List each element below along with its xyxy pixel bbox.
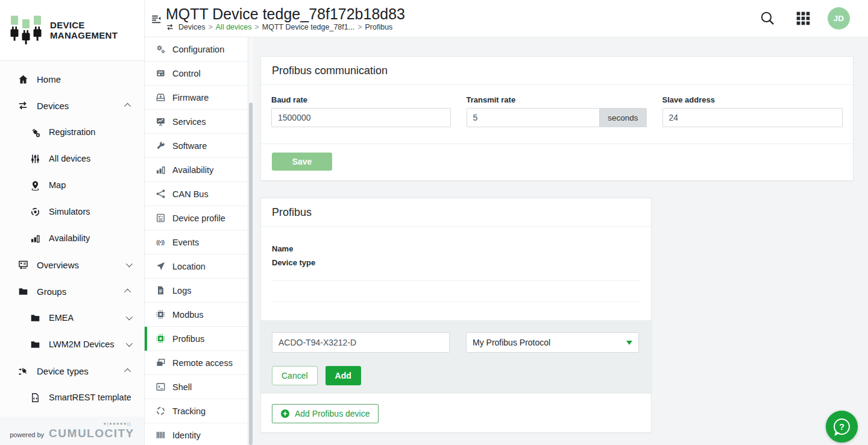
sidebar-item-label: Simulators bbox=[49, 207, 131, 216]
device-tab-label: Events bbox=[172, 238, 199, 247]
breadcrumb-all-devices[interactable]: All devices bbox=[216, 23, 252, 31]
sidebar-item-label: Map bbox=[49, 180, 131, 190]
device-tab-identity[interactable]: Identity bbox=[145, 423, 248, 445]
collapse-menu-icon[interactable] bbox=[150, 13, 162, 25]
cumulocity-dots: ●|●●●●●|| bbox=[103, 421, 131, 426]
device-tab-label: Configuration bbox=[172, 45, 224, 54]
chevron-down-icon bbox=[126, 314, 133, 320]
sidebar-item-label: Home bbox=[37, 74, 131, 84]
exchange-icon bbox=[16, 100, 30, 111]
sidebar-item-devices[interactable]: Devices bbox=[0, 92, 144, 119]
main-navigation: HomeDevicesRegistrationAll devicesMapSim… bbox=[0, 61, 144, 445]
device-tab-availability[interactable]: Availability bbox=[145, 158, 248, 182]
page-header: MQTT Device tedge_78f172b18d83 Devices >… bbox=[145, 0, 868, 37]
sidebar-item-label: SmartREST templates bbox=[49, 393, 131, 402]
chevron-down-icon bbox=[126, 340, 133, 347]
device-tab-device-profile[interactable]: Device profile bbox=[145, 206, 248, 230]
barcode-icon bbox=[154, 430, 166, 440]
device-tab-label: Logs bbox=[172, 286, 191, 295]
device-tab-firmware[interactable]: Firmware bbox=[145, 86, 248, 110]
app-sidebar: DEVICE MANAGEMENT HomeDevicesRegistratio… bbox=[0, 0, 145, 445]
device-tab-services[interactable]: Services bbox=[145, 110, 248, 134]
device-tabs-scrollbar bbox=[248, 37, 253, 445]
device-tab-label: Availability bbox=[172, 165, 213, 175]
chevron-down-icon bbox=[626, 341, 632, 345]
device-tab-label: Firmware bbox=[172, 93, 209, 103]
sidebar-item-home[interactable]: Home bbox=[0, 66, 144, 92]
device-tab-label: Shell bbox=[172, 382, 192, 392]
sidebar-item-emea[interactable]: EMEA bbox=[0, 305, 144, 331]
new-profibus-device-form: My Profibus Protocol Cancel Add bbox=[261, 320, 651, 394]
sidebar-item-label: Device types bbox=[37, 366, 126, 376]
device-tab-remote-access[interactable]: Remote access bbox=[145, 351, 248, 375]
transmit-rate-unit: seconds bbox=[600, 108, 646, 127]
device-tab-software[interactable]: Software bbox=[145, 134, 248, 158]
device-name-input[interactable] bbox=[272, 332, 450, 353]
sliders-icon bbox=[28, 154, 42, 164]
sidebar-item-label: LWM2M Devices bbox=[49, 339, 126, 349]
device-tab-logs[interactable]: Logs bbox=[145, 279, 248, 303]
search-icon[interactable] bbox=[760, 10, 776, 27]
sidebar-item-availability[interactable]: Availability bbox=[0, 225, 144, 251]
breadcrumb-devices[interactable]: Devices bbox=[178, 23, 205, 31]
sidebar-item-label: EMEA bbox=[49, 313, 126, 323]
device-tab-tracking[interactable]: Tracking bbox=[145, 399, 248, 423]
column-name: Name bbox=[272, 244, 640, 254]
device-tab-location[interactable]: Location bbox=[145, 254, 248, 279]
device-tab-control[interactable]: Control bbox=[145, 62, 248, 86]
help-button[interactable]: ? bbox=[826, 411, 858, 443]
sidebar-item-simulators[interactable]: Simulators bbox=[0, 198, 144, 225]
sidebar-item-map[interactable]: Map bbox=[0, 172, 144, 198]
device-tab-profibus[interactable]: Profibus bbox=[145, 327, 248, 351]
location-icon bbox=[154, 261, 166, 271]
device-management-logo-icon bbox=[10, 14, 42, 46]
save-button[interactable]: Save bbox=[272, 153, 332, 171]
simulator-icon bbox=[28, 207, 42, 217]
canbus-icon bbox=[154, 189, 166, 199]
sidebar-item-device-types[interactable]: Device types bbox=[0, 358, 144, 384]
device-tab-shell[interactable]: Shell bbox=[145, 375, 248, 399]
folder-icon bbox=[28, 339, 42, 350]
plug-plus-icon bbox=[28, 127, 42, 137]
device-tab-can-bus[interactable]: CAN Bus bbox=[145, 182, 248, 206]
sidebar-item-smartrest-templates[interactable]: SmartREST templates bbox=[0, 384, 144, 411]
device-tab-modbus[interactable]: Modbus bbox=[145, 303, 248, 327]
device-tab-label: Identity bbox=[172, 431, 201, 440]
device-tab-label: CAN Bus bbox=[172, 189, 209, 199]
sidebar-item-lwm2m-devices[interactable]: LWM2M Devices bbox=[0, 331, 144, 358]
chevron-down-icon bbox=[126, 260, 133, 267]
protocol-select[interactable]: My Profibus Protocol bbox=[466, 332, 639, 353]
sidebar-item-all-devices[interactable]: All devices bbox=[0, 145, 144, 172]
slave-address-input[interactable] bbox=[662, 108, 843, 127]
add-button[interactable]: Add bbox=[326, 366, 361, 385]
chip-icon bbox=[154, 309, 166, 320]
firmware-icon bbox=[154, 92, 166, 103]
device-tab-label: Tracking bbox=[172, 406, 206, 416]
app-switcher-icon[interactable] bbox=[796, 11, 811, 26]
device-tab-label: Device profile bbox=[172, 213, 225, 223]
software-icon bbox=[154, 140, 166, 151]
baud-rate-input[interactable] bbox=[271, 108, 451, 127]
sidebar-item-label: All devices bbox=[49, 154, 131, 163]
breadcrumb-device[interactable]: MQTT Device tedge_78f1... bbox=[262, 23, 354, 31]
profile-icon bbox=[154, 213, 166, 223]
config-icon bbox=[154, 44, 166, 54]
scrollbar-thumb[interactable] bbox=[249, 103, 253, 445]
divider bbox=[272, 280, 640, 281]
device-tab-events[interactable]: ((•))Events bbox=[145, 230, 248, 254]
user-avatar[interactable]: JD bbox=[828, 7, 850, 30]
device-tab-configuration[interactable]: Configuration bbox=[145, 37, 248, 62]
transmit-rate-input[interactable] bbox=[467, 108, 600, 127]
sidebar-item-label: Availability bbox=[49, 233, 131, 243]
device-tab-label: Remote access bbox=[172, 358, 233, 368]
sidebar-item-overviews[interactable]: Overviews bbox=[0, 251, 144, 278]
sidebar-item-groups[interactable]: Groups bbox=[0, 278, 144, 305]
device-tab-label: Modbus bbox=[172, 310, 204, 320]
events-icon: ((•)) bbox=[154, 239, 166, 245]
folder-icon bbox=[28, 313, 42, 323]
cancel-button[interactable]: Cancel bbox=[272, 366, 318, 385]
add-profibus-device-button[interactable]: Add Profibus device bbox=[272, 404, 379, 423]
sidebar-item-registration[interactable]: Registration bbox=[0, 119, 144, 145]
shell-icon bbox=[154, 382, 166, 392]
tracking-icon bbox=[154, 406, 166, 416]
